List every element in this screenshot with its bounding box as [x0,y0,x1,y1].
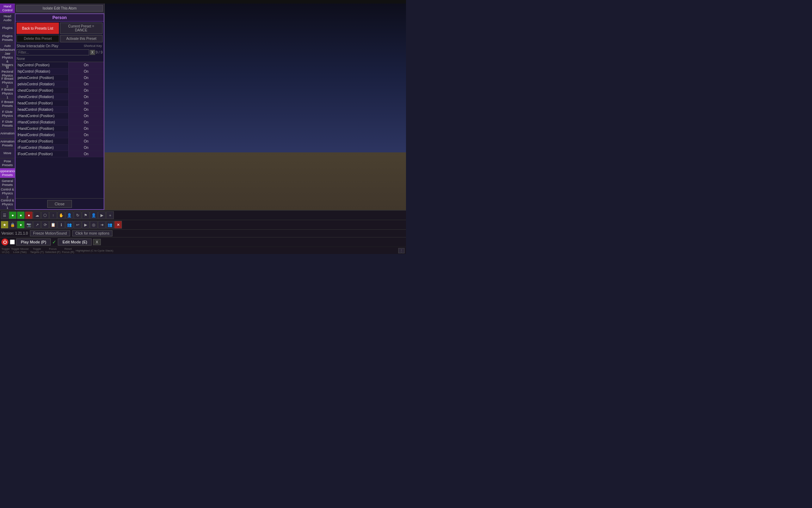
table-row[interactable]: chestControl (Rotation) On [16,94,104,100]
more-options-button[interactable]: Click for more options [72,230,113,236]
power-button[interactable]: ⏻ [1,238,8,246]
tool-rotate[interactable]: ↻ [74,211,81,219]
tool-x[interactable]: ✕ [114,221,122,229]
table-row[interactable]: headControl (Position) On [16,100,104,107]
tool-group-2[interactable]: 👥 [106,221,114,229]
tool-person-2[interactable]: 👤 [90,211,98,219]
sidebar-item-control-physics-1[interactable]: Control & Physics 1 [0,199,15,210]
table-row[interactable]: hipControl (Rotation) On [16,68,104,75]
play-mode-button[interactable]: Play Mode (P) [16,238,51,246]
table-row[interactable]: pelvisControl (Position) On [16,75,104,81]
tool-hand[interactable]: ✋ [57,211,65,219]
tool-green-2[interactable]: ● [17,211,25,219]
tool-star[interactable]: ★ [1,221,8,229]
control-name: hipControl (Position) [16,62,68,68]
isolate-edit-button[interactable]: Isolate Edit This Atom [16,5,103,12]
hotkey-toggle-targets: ToggleTargets (T) [30,247,44,254]
table-row[interactable]: hipControl (Position) On [16,62,104,68]
tool-group[interactable]: 👥 [66,221,73,229]
tool-flag[interactable]: ⚑ [82,211,90,219]
table-row[interactable]: rFootControl (Position) On [16,138,104,145]
toolbar-row-1: ☰ ● ● ● ☁ ⬡ ↑ ✋ 👤 ↻ ⚑ 👤 ▶ ＋ [0,211,406,220]
tool-arrow-ne[interactable]: ↗ [33,221,41,229]
tool-hex[interactable]: ⬡ [41,211,49,219]
tool-lock[interactable]: 🔒 [9,221,17,229]
sidebar-item-pose-presets[interactable]: Pose Presets [0,158,15,168]
tool-green-3[interactable]: ● [17,221,25,229]
panel-area: Isolate Edit This Atom Person Back to Pr… [15,4,105,210]
tool-clipboard[interactable]: 📋 [49,221,57,229]
sidebar-item-control-physics-2[interactable]: Control & Physics 2 [0,188,15,199]
hotkey-bar: ToggleUI (U) Toggle MouseLook (Tab) Togg… [0,247,406,254]
table-row[interactable]: rFootControl (Rotation) On [16,145,104,151]
tool-refresh[interactable]: ⟳ [41,221,49,229]
edit-mode-button[interactable]: Edit Mode (E) [58,238,92,246]
sidebar-item-f-breast-1[interactable]: F Breast Physics 1 [0,88,15,99]
control-name: headControl (Position) [16,100,68,106]
sidebar: Hand Control Head Audio Plugins Plugins … [0,4,15,210]
table-row[interactable]: headControl (Rotation) On [16,107,104,113]
table-row[interactable]: rHandControl (Rotation) On [16,119,104,126]
sidebar-item-f-glute-presets[interactable]: F Glute Presets [0,119,15,129]
filter-none-label: None [17,57,25,61]
control-name: hipControl (Rotation) [16,68,68,74]
table-row[interactable]: lHandControl (Position) On [16,126,104,132]
table-row[interactable]: lFootControl (Position) On [16,151,104,157]
sidebar-item-f-glute-physics[interactable]: F Glute Physics [0,109,15,119]
version-label: Version: 1.21.1.0 [1,231,28,235]
activate-preset-button[interactable]: Activate this Preset [60,35,103,42]
hotkey-reset-focus: ResetFocus (R) [62,247,74,254]
sidebar-item-auto-behaviours[interactable]: Auto Behaviours [0,43,15,53]
bottom-toolbar: ☰ ● ● ● ☁ ⬡ ↑ ✋ 👤 ↻ ⚑ 👤 ▶ ＋ ★ 🔒 ● 📷 ↗ ⟳ … [0,210,406,254]
tool-info[interactable]: ℹ [57,221,65,229]
tool-play[interactable]: ▶ [98,211,106,219]
sidebar-item-animation[interactable]: Animation [0,129,15,139]
delete-preset-button[interactable]: Delete this Preset [17,35,59,42]
control-value: On [68,94,104,100]
table-row[interactable]: rHandControl (Position) On [16,113,104,119]
sidebar-item-plugins[interactable]: Plugins [0,23,15,33]
sidebar-item-m-pectoral[interactable]: M Pectoral Physics [0,66,15,77]
sidebar-item-jaw-physics[interactable]: Jaw Physics & Triggers [0,53,15,66]
hotkey-menu-button[interactable]: ⋮ [398,248,405,253]
tool-plus[interactable]: ＋ [106,211,114,219]
sidebar-item-appearance-presets[interactable]: Appearance Presets [0,168,15,178]
tool-person[interactable]: 👤 [66,211,73,219]
table-row[interactable]: lHandControl (Rotation) On [16,132,104,138]
current-preset-label: Current Preset = DANCE [60,23,103,34]
tool-cloud[interactable]: ☁ [33,211,41,219]
control-name: lHandControl (Rotation) [16,132,68,138]
tool-target[interactable]: ◎ [90,221,98,229]
play-mode-checkbox[interactable] [10,240,15,244]
sidebar-item-animation-presets[interactable]: Animation Presets [0,139,15,149]
sidebar-item-move[interactable]: Move [0,149,15,158]
control-name: headControl (Rotation) [16,107,68,113]
hotkey-toggle-ui: ToggleUI (U) [1,247,10,254]
table-row[interactable]: pelvisControl (Rotation) On [16,81,104,87]
freeze-button[interactable]: Freeze Motion/Sound [30,230,70,236]
close-mode-button[interactable]: X [93,239,100,245]
filter-input[interactable] [17,49,89,55]
tool-camera[interactable]: 📷 [25,221,33,229]
back-to-presets-button[interactable]: Back to Presets List [17,23,59,34]
filter-clear-button[interactable]: X [90,50,95,55]
sidebar-item-general-presets[interactable]: General Presets [0,178,15,188]
mode-bar: ⏻ Play Mode (P) ✓ Edit Mode (E) X [0,237,406,247]
close-button[interactable]: Close [47,200,72,208]
sidebar-item-head-audio[interactable]: Head Audio [0,13,15,23]
tool-arrow-right[interactable]: ➜ [98,221,106,229]
tool-undo[interactable]: ↩ [74,221,81,229]
tool-up[interactable]: ↑ [49,211,57,219]
tool-red[interactable]: ● [25,211,33,219]
tool-play-2[interactable]: ▶ [82,221,90,229]
sidebar-item-hand-control[interactable]: Hand Control [0,4,15,13]
toolbar-row-2: ★ 🔒 ● 📷 ↗ ⟳ 📋 ℹ 👥 ↩ ▶ ◎ ➜ 👥 ✕ [0,220,406,230]
sidebar-item-f-breast-2[interactable]: F Breast Physics 2 [0,77,15,88]
control-value: On [68,107,104,113]
tool-green-1[interactable]: ● [9,211,17,219]
control-name: chestControl (Rotation) [16,94,68,100]
sidebar-item-f-breast-presets[interactable]: F Breast Presets [0,99,15,109]
tool-hamburger[interactable]: ☰ [1,211,8,219]
sidebar-item-plugins-presets[interactable]: Plugins Presets [0,33,15,43]
table-row[interactable]: chestControl (Position) On [16,87,104,94]
